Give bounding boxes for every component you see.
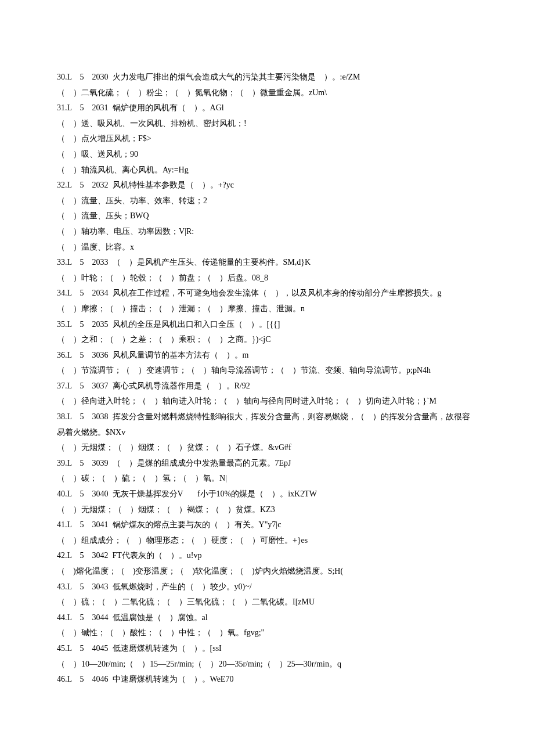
text-line: （ ）之和；（ ）之差；（ ）乘积；（ ）之商。})<jC — [57, 332, 477, 348]
text-line: 36.L 5 3036 风机风量调节的基本方法有（ ）。m — [57, 348, 477, 363]
text-line: 41.L 5 3041 锅炉煤灰的熔点主要与灰的（ ）有关。Y"y7|c — [57, 517, 477, 533]
text-line: 38.L 5 3038 挥发分含量对燃料燃烧特性影响很大，挥发分含量高，则容易燃… — [57, 409, 477, 440]
text-line: （ ）节流调节；（ ）变速调节；（ ）轴向导流器调节；（ ）节流、变频、轴向导流… — [57, 363, 477, 379]
text-line: （ ）点火增压风机；F$> — [57, 131, 477, 147]
text-line: 46.L 5 4046 中速磨煤机转速为（ ）。WeE70 — [57, 672, 477, 687]
text-line: （ ）送、吸风机、一次风机、排粉机、密封风机；! — [57, 116, 477, 132]
text-line: （ ）流量、压头；BWQ — [57, 208, 477, 224]
text-line: （ ）流量、压头、功率、效率、转速；2 — [57, 193, 477, 209]
text-line: （ ）二氧化硫；（ ）粉尘；（ ）氮氧化物；（ ）微量重金属。zUm\ — [57, 85, 477, 101]
text-line: 43.L 5 3043 低氧燃烧时，产生的（ ）较少。y0)~/ — [57, 579, 477, 595]
text-line: （ ）无烟煤；（ ）烟煤；（ ）褐煤；（ ）贫煤。KZ3 — [57, 502, 477, 518]
text-line: 30.L 5 2030 火力发电厂排出的烟气会造成大气的污染其主要污染物是 ）。… — [57, 70, 477, 85]
text-line: （ ）轴流风机、离心风机。Ay:=Hg — [57, 163, 477, 178]
text-line: （ ）无烟煤；（ ）烟煤；（ ）贫煤；（ ）石子煤。&vG#f — [57, 440, 477, 456]
text-line: （ ）摩擦；（ ）撞击；（ ）泄漏；（ ）摩擦、撞击、泄漏。n — [57, 301, 477, 317]
text-line: 39.L 5 3039 （ ）是煤的组成成分中发热量最高的元素。7EpJ — [57, 456, 477, 471]
text-line: 40.L 5 3040 无灰干燥基挥发分V f小于10%的煤是（ ）。ixK2T… — [57, 487, 477, 502]
text-line: （ ）径向进入叶轮；（ ）轴向进入叶轮；（ ）轴向与径向同时进入叶轮；（ ）切向… — [57, 394, 477, 409]
text-line: （ ）叶轮；（ ）轮毂；（ ）前盘；（ ）后盘。08_8 — [57, 271, 477, 286]
text-line: 42.L 5 3042 FT代表灰的（ ）。u!vp — [57, 548, 477, 564]
text-line: 33.L 5 2033 （ ）是风机产生压头、传递能量的主要构件。SM,d}K — [57, 255, 477, 271]
text-line: （ ）轴功率、电压、功率因数；V|R: — [57, 224, 477, 240]
text-line: 31.L 5 2031 锅炉使用的风机有（ ）。AGl — [57, 100, 477, 116]
text-line: （ )熔化温度；（ )变形温度；（ )软化温度；（ )炉内火焰燃烧温度。S;H( — [57, 564, 477, 579]
text-line: 35.L 5 2035 风机的全压是风机出口和入口全压（ ）。[{{] — [57, 317, 477, 333]
document-page: 30.L 5 2030 火力发电厂排出的烟气会造成大气的污染其主要污染物是 ）。… — [0, 0, 534, 756]
text-line: （ ）碱性；（ ）酸性；（ ）中性；（ ）氧。fgvg;" — [57, 625, 477, 641]
text-line: （ ）吸、送风机；90 — [57, 147, 477, 163]
text-line: （ ）碳；（ ）硫；（ ）氢；（ ）氧。N| — [57, 471, 477, 487]
text-line: 44.L 5 3044 低温腐蚀是（ ）腐蚀。al — [57, 610, 477, 626]
text-line: （ ）硫；（ ）二氧化硫；（ ）三氧化硫；（ ）二氧化碳。I[zMU — [57, 595, 477, 610]
text-line: 32.L 5 2032 风机特性基本参数是（ ）。+?yc — [57, 178, 477, 193]
text-line: （ ）10—20r/min;（ ）15—25r/min;（ ）20—35r/mi… — [57, 657, 477, 672]
text-line: （ ）温度、比容。x — [57, 240, 477, 255]
text-line: 37.L 5 3037 离心式风机导流器作用是（ ）。R/92 — [57, 379, 477, 394]
text-line: 45.L 5 4045 低速磨煤机转速为（ ）。[ssI — [57, 641, 477, 657]
text-line: 34.L 5 2034 风机在工作过程，不可避免地会发生流体（ ），以及风机本身… — [57, 286, 477, 301]
text-line: （ ）组成成分；（ ）物理形态；（ ）硬度；（ ）可磨性。+}es — [57, 533, 477, 549]
